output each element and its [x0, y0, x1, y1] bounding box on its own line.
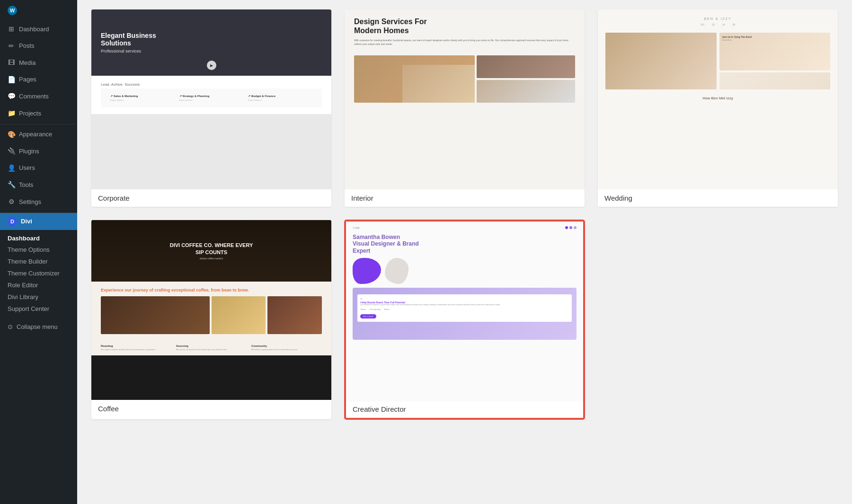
cre-top-bar: ⊙ logo: [346, 221, 583, 232]
tools-icon: 🔧: [8, 180, 15, 190]
int-images: [345, 55, 585, 103]
sidebar-item-settings[interactable]: ⚙ Settings: [0, 194, 77, 211]
cof-bot-text-1: Our expert roasters carefully select and…: [101, 348, 171, 351]
sidebar-item-media[interactable]: 🎞 Media: [0, 54, 77, 71]
sidebar-item-theme-builder[interactable]: Theme Builder: [0, 256, 77, 267]
settings-icon: ⚙: [8, 197, 15, 207]
sidebar-item-plugins[interactable]: 🔌 Plugins: [0, 143, 77, 160]
wordpress-logo: W: [0, 0, 77, 21]
dashboard-icon: ⊞: [8, 25, 15, 34]
int-img-small: [477, 55, 575, 103]
int-img-main: [354, 55, 475, 103]
cof-bot-item-3: Community We believe in giving back to t…: [251, 345, 322, 351]
corp-service-title-2: ↗ Strategy & Planning: [179, 94, 244, 97]
wed-stats: 371231435: [607, 23, 828, 26]
theme-name-corporate: Corporate: [91, 189, 331, 207]
cof-bot-title-3: Community: [251, 345, 322, 347]
collapse-menu-button[interactable]: ⊙ Collapse menu: [0, 318, 77, 335]
sidebar-item-theme-options[interactable]: Theme Options: [0, 244, 77, 256]
theme-name-creative-director: Creative Director: [346, 401, 583, 418]
cre-logo-bar: ⊙ logo: [353, 226, 360, 229]
int-top: Design Services ForModern Homes With a p…: [345, 9, 585, 55]
corp-service-1: ↗ Sales & Marketing Expert solutions: [110, 94, 175, 102]
cof-bot-item-2: Sourcing We source our beans from the fi…: [176, 345, 247, 351]
sidebar-item-support-center[interactable]: Support Center: [0, 303, 77, 315]
theme-preview-coffee: DIVI COFFEE CO. WHERE EVERYSIP COUNTS ar…: [91, 220, 331, 400]
projects-icon: 📁: [8, 109, 15, 118]
int-img-s1: [477, 55, 575, 78]
cof-tagline: Experience our journey of crafting excep…: [101, 287, 322, 293]
sidebar-item-appearance[interactable]: 🎨 Appearance: [0, 126, 77, 143]
corp-services: ↗ Sales & Marketing Expert solutions ↗ S…: [101, 88, 322, 107]
sidebar-item-dashboard[interactable]: ⊞ Dashboard: [0, 21, 77, 38]
wed-img-3: [719, 72, 831, 89]
wed-img-col: Join Us In Tying The Knot! When Where: [719, 33, 831, 89]
cre-lower-inner: ⊙ I Help Brands Reach Their Full Potenti…: [357, 294, 572, 322]
sidebar-item-users[interactable]: 👤 Users: [0, 160, 77, 177]
cre-shapes: [346, 258, 583, 284]
wed-img-1: [605, 33, 717, 89]
cof-bot-title-2: Sourcing: [176, 345, 247, 347]
sidebar-item-theme-customizer[interactable]: Theme Customizer: [0, 267, 77, 279]
cre-hero-text: Samantha BowenVisual Designer & BrandExp…: [346, 232, 583, 258]
corp-service-text-1: Expert solutions: [110, 99, 175, 102]
sidebar-item-projects[interactable]: 📁 Projects: [0, 105, 77, 122]
cre-inner-text: Join hundreds of brands to uncover their…: [360, 304, 569, 306]
pages-icon: 📄: [8, 75, 15, 85]
cof-bot-text-2: We source our beans from the finest farm…: [176, 348, 247, 351]
theme-preview-wedding: Ben & Izzy 371231435 Join Us In Tying Th…: [598, 9, 838, 189]
cre-inner-icon: ⊙: [360, 297, 569, 300]
comments-icon: 💬: [8, 92, 15, 101]
corp-service-3: ↗ Budget & Finance Expert solutions: [248, 94, 312, 102]
cre-lower-section: ⊙ I Help Brands Reach Their Full Potenti…: [353, 288, 577, 340]
corp-service-text-3: Expert solutions: [248, 99, 312, 102]
divi-menu-header[interactable]: D Divi: [0, 213, 77, 230]
sidebar-item-divi-library[interactable]: Divi Library: [0, 291, 77, 303]
theme-name-coffee: Coffee: [91, 400, 331, 417]
theme-preview-creative: ⊙ logo Samantha BowenVisual Designer & B…: [346, 221, 583, 401]
cof-img3: [267, 296, 322, 334]
collapse-icon: ⊙: [8, 323, 13, 330]
cof-img2: [212, 296, 266, 334]
wed-caption: How Ben Met Izzy: [598, 93, 838, 103]
corp-hero-subtitle: Professional services: [101, 49, 141, 53]
cof-bot-text-3: We believe in giving back to the communi…: [251, 348, 322, 351]
cre-dot-1: [565, 226, 568, 229]
cof-hero-title: DIVI COFFEE CO. WHERE EVERYSIP COUNTS: [170, 242, 253, 256]
int-img-s2: [477, 80, 575, 103]
cre-shape-purple: [353, 258, 381, 284]
users-icon: 👤: [8, 164, 15, 173]
theme-card-corporate[interactable]: Elegant BusinessSolutions Professional s…: [91, 9, 331, 207]
theme-card-coffee[interactable]: DIVI COFFEE CO. WHERE EVERYSIP COUNTS ar…: [91, 220, 331, 419]
int-img-chair: [402, 65, 475, 103]
cof-hero: DIVI COFFEE CO. WHERE EVERYSIP COUNTS ar…: [91, 220, 331, 282]
wed-images: Join Us In Tying The Knot! When Where: [598, 33, 838, 89]
corp-service-2: ↗ Strategy & Planning Expert solutions: [179, 94, 244, 102]
main-content: Elegant BusinessSolutions Professional s…: [77, 0, 852, 504]
cof-bot-title-1: Roasting: [101, 345, 171, 347]
cre-name: Samantha BowenVisual Designer & BrandExp…: [353, 234, 577, 254]
wp-icon: W: [8, 6, 17, 15]
sidebar-item-role-editor[interactable]: Role Editor: [0, 279, 77, 291]
sidebar-item-posts[interactable]: ✏ Posts: [0, 38, 77, 55]
posts-icon: ✏: [8, 42, 15, 51]
cof-img1: [101, 296, 210, 334]
sidebar-item-comments[interactable]: 💬 Comments: [0, 88, 77, 105]
theme-card-wedding[interactable]: Ben & Izzy 371231435 Join Us In Tying Th…: [598, 9, 838, 207]
corp-hero-title: Elegant BusinessSolutions: [101, 32, 156, 47]
cre-lower-cta: Get in touch: [360, 314, 376, 318]
plugins-icon: 🔌: [8, 147, 15, 156]
cre-dot-2: [569, 226, 572, 229]
theme-card-interior[interactable]: Design Services ForModern Homes With a p…: [345, 9, 585, 207]
theme-name-interior: Interior: [345, 189, 585, 207]
theme-preview-corporate: Elegant BusinessSolutions Professional s…: [91, 9, 331, 189]
sidebar-item-pages[interactable]: 📄 Pages: [0, 71, 77, 88]
corp-about: Lead. Achive. Succeed. ↗ Sales & Marketi…: [91, 76, 331, 114]
sidebar-item-tools[interactable]: 🔧 Tools: [0, 177, 77, 194]
theme-name-wedding: Wedding: [598, 189, 838, 207]
sidebar: W ⊞ Dashboard ✏ Posts 🎞 Media 📄 Pages 💬 …: [0, 0, 77, 504]
theme-card-creative-director[interactable]: ⊙ logo Samantha BowenVisual Designer & B…: [345, 220, 585, 419]
cof-bot-item-1: Roasting Our expert roasters carefully s…: [101, 345, 171, 351]
wed-subtitle: Ben & Izzy: [607, 17, 828, 20]
cof-bottom: Roasting Our expert roasters carefully s…: [91, 340, 331, 356]
